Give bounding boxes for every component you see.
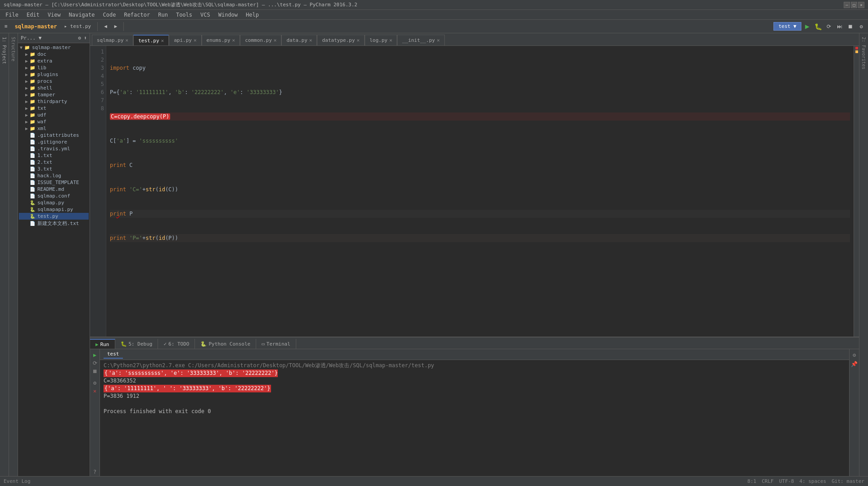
tab-close-icon[interactable]: ✕	[232, 37, 235, 43]
run-output-tab[interactable]: test	[104, 350, 123, 359]
tree-item[interactable]: ▶ 📄 sqlmap.conf	[19, 193, 89, 199]
title-bar: sqlmap-master – [C:\Users\Administrator\…	[0, 0, 868, 10]
close-button[interactable]: ✕	[858, 2, 864, 8]
tab-close-icon[interactable]: ✕	[126, 37, 129, 43]
tab-python-console[interactable]: 🐍 Python Console	[195, 339, 256, 349]
toolbar-project-icon[interactable]: ≡	[2, 22, 10, 30]
tree-item[interactable]: ▶ 📄 .travis.yml	[19, 145, 89, 152]
structure-tab[interactable]: Structure	[10, 33, 17, 65]
tree-item[interactable]: ▶ 📄 2.txt	[19, 159, 89, 166]
menu-code[interactable]: Code	[99, 11, 120, 19]
tree-item[interactable]: ▶ 🐍 sqlmapapi.py	[19, 206, 89, 213]
tree-item-selected[interactable]: ▶ 🐍 test.py	[19, 213, 89, 220]
settings-button[interactable]: ⚙	[856, 22, 866, 32]
tab-close-icon[interactable]: ✕	[309, 37, 312, 43]
tab-run[interactable]: ▶ Run	[90, 339, 115, 349]
tree-item[interactable]: ▶ 📁 xml	[19, 125, 89, 132]
menu-bar: File Edit View Navigate Code Refactor Ru…	[0, 10, 868, 20]
favorites-tab[interactable]: 2: Favorites	[860, 33, 867, 73]
tree-item[interactable]: ▶ 📁 udf	[19, 112, 89, 118]
tab-common-py[interactable]: common.py ✕	[240, 35, 281, 45]
tab-debug[interactable]: 🐛 5: Debug	[115, 339, 158, 349]
tab-enums-py[interactable]: enums.py ✕	[202, 35, 240, 45]
tree-item[interactable]: ▶ 📁 txt	[19, 105, 89, 112]
line-numbers: 1 2 3 4 5 6 7 8	[90, 46, 106, 337]
menu-run[interactable]: Run	[154, 11, 172, 19]
run-config-label[interactable]: test ▼	[773, 22, 801, 31]
toolbar-file-label[interactable]: ▸ test.py	[62, 22, 94, 30]
project-panel-toggle[interactable]: 1: Project	[1, 35, 8, 66]
tree-item[interactable]: ▶ 📄 .gitattributes	[19, 132, 89, 139]
tree-item[interactable]: ▶ 📁 extra	[19, 58, 89, 64]
tab-close-icon[interactable]: ✕	[274, 37, 277, 43]
run-close-btn[interactable]: ✕	[91, 387, 99, 395]
tree-root[interactable]: ▼ 📁 sqlmap-master	[19, 44, 89, 51]
tree-item[interactable]: ▶ 📄 hack.log	[19, 172, 89, 179]
tree-item[interactable]: ▶ 📁 thirdparty	[19, 98, 89, 105]
code-content[interactable]: import copy P={'a': '11111111', 'b': '22…	[106, 46, 854, 337]
tree-item[interactable]: ▶ 📄 .gitignore	[19, 139, 89, 145]
status-git: Git: master	[832, 478, 864, 484]
tree-item[interactable]: ▶ 📁 procs	[19, 78, 89, 85]
debug-button[interactable]: 🐛	[813, 22, 823, 32]
stop-button[interactable]: ⏹	[845, 22, 855, 32]
menu-tools[interactable]: Tools	[172, 11, 196, 19]
tab-close-icon[interactable]: ✕	[389, 37, 393, 43]
menu-view[interactable]: View	[44, 11, 64, 19]
run-filter-btn[interactable]: ?	[91, 468, 99, 476]
status-encoding[interactable]: UTF-8	[779, 478, 794, 484]
tab-data-py[interactable]: data.py ✕	[281, 35, 317, 45]
run-panel-settings[interactable]: ⚙	[850, 351, 859, 359]
tree-root-label: sqlmap-master	[32, 45, 71, 50]
output-line: C=38366352	[104, 377, 845, 385]
minimize-button[interactable]: —	[844, 2, 850, 8]
tree-item[interactable]: ▶ 📁 waf	[19, 118, 89, 125]
tab-terminal[interactable]: ▭ Terminal	[256, 339, 296, 349]
maximize-button[interactable]: □	[851, 2, 857, 8]
menu-vcs[interactable]: VCS	[197, 11, 214, 19]
tree-item[interactable]: ▶ 📁 tamper	[19, 91, 89, 98]
todo-tab-label: 6: TODO	[168, 341, 189, 347]
tree-item[interactable]: ▶ 📁 doc	[19, 51, 89, 58]
tree-item[interactable]: ▶ 📄 ISSUE_TEMPLATE	[19, 179, 89, 186]
run-with-coverage[interactable]: ⏭	[835, 22, 845, 32]
tab-todo[interactable]: ✓ 6: TODO	[158, 339, 195, 349]
tree-item[interactable]: ▶ 📄 新建文本文档.txt	[19, 220, 89, 227]
tree-item[interactable]: ▶ 📁 plugins	[19, 71, 89, 78]
menu-window[interactable]: Window	[215, 11, 241, 19]
tab-close-icon[interactable]: ✕	[437, 37, 440, 43]
tree-item[interactable]: ▶ 📁 shell	[19, 85, 89, 91]
tab-log-py[interactable]: log.py ✕	[365, 35, 397, 45]
tab-test-py[interactable]: test.py ✕	[133, 35, 169, 45]
run-start-button[interactable]: ▶	[91, 351, 99, 359]
run-rerun-button[interactable]: ⟳	[91, 359, 99, 367]
run-button[interactable]: ▶	[802, 22, 812, 32]
run-output[interactable]: C:\Python27\python2.7.exe C:/Users/Admin…	[100, 360, 849, 476]
tree-item[interactable]: ▶ 📁 lib	[19, 64, 89, 71]
toolbar-nav-back[interactable]: ◀	[101, 22, 110, 30]
tree-item[interactable]: ▶ 🐍 sqlmap.py	[19, 199, 89, 206]
status-event-log[interactable]: Event Log	[4, 478, 31, 484]
run-settings-btn[interactable]: ⚙	[91, 379, 99, 387]
tab-api-py[interactable]: api.py ✕	[169, 35, 201, 45]
tab-close-icon[interactable]: ✕	[161, 38, 164, 44]
run-panel-pin[interactable]: 📌	[850, 360, 859, 368]
tree-item[interactable]: ▶ 📄 3.txt	[19, 166, 89, 172]
menu-refactor[interactable]: Refactor	[120, 11, 154, 19]
status-crlf[interactable]: CRLF	[762, 478, 774, 484]
coverage-button[interactable]: ⟳	[824, 22, 834, 32]
toolbar-nav-forward[interactable]: ▶	[112, 22, 120, 30]
menu-file[interactable]: File	[2, 11, 22, 19]
tab-init-py[interactable]: __init__.py ✕	[397, 35, 444, 45]
code-editor[interactable]: 1 2 3 4 5 6 7 8 import copy P={'a': '111…	[90, 46, 859, 337]
tab-datatype-py[interactable]: datatype.py ✕	[317, 35, 364, 45]
menu-edit[interactable]: Edit	[23, 11, 43, 19]
menu-navigate[interactable]: Navigate	[65, 11, 99, 19]
tree-item[interactable]: ▶ 📄 README.md	[19, 186, 89, 193]
menu-help[interactable]: Help	[242, 11, 262, 19]
tab-close-icon[interactable]: ✕	[194, 37, 197, 43]
tab-sqlmap-py[interactable]: sqlmap.py ✕	[92, 35, 133, 45]
tree-item[interactable]: ▶ 📄 1.txt	[19, 152, 89, 159]
run-stop-button[interactable]: ⏹	[91, 367, 99, 375]
tab-close-icon[interactable]: ✕	[357, 37, 360, 43]
